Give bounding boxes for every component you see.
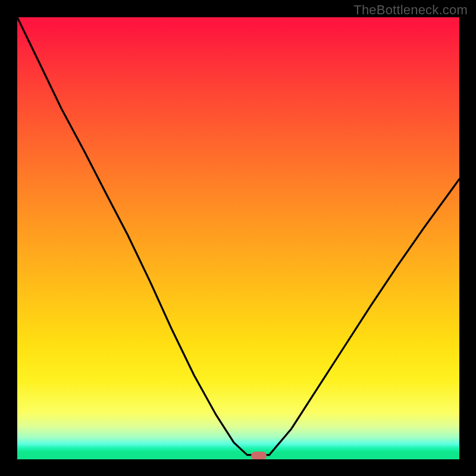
plot-area: [17, 17, 459, 459]
optimum-marker: [251, 452, 267, 459]
curve-path: [17, 17, 459, 455]
watermark-text: TheBottleneck.com: [353, 2, 468, 18]
chart-frame: TheBottleneck.com: [0, 0, 476, 476]
bottleneck-curve: [17, 17, 459, 459]
